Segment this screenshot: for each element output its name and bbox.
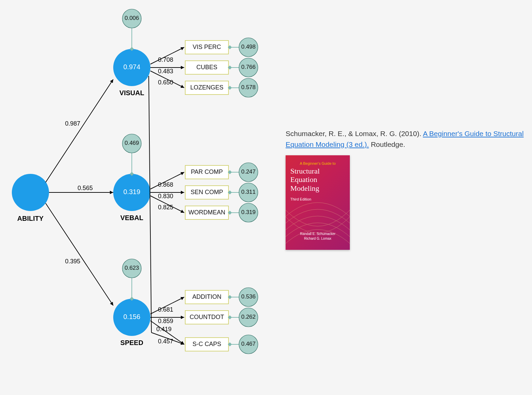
vebal-residual-value: 0.469: [125, 140, 139, 146]
path-ability-vebal-value: 0.565: [77, 185, 93, 191]
latent-vebal: 0.319 VEBAL: [113, 174, 150, 221]
countdot-label: COUNTDOT: [190, 314, 224, 320]
speed-residual-value: 0.623: [125, 265, 139, 271]
countdot-error: 0.262: [241, 314, 256, 320]
book-cover-image: A Beginner's Guide to Structural Equatio…: [286, 155, 350, 250]
lozenges-loading: 0.650: [158, 79, 173, 86]
path-ability-speed: 0.395: [46, 203, 113, 306]
parcomp-label: PAR COMP: [191, 168, 223, 175]
book-title-2: Equation: [290, 175, 320, 184]
sccaps-error: 0.467: [241, 341, 256, 347]
svg-point-0: [12, 174, 49, 211]
book-title-1: Structural: [290, 167, 320, 175]
sencomp-error: 0.311: [241, 189, 256, 195]
countdot-loading: 0.859: [158, 318, 173, 324]
vebal-r2: 0.319: [123, 188, 140, 195]
path-ability-speed-value: 0.395: [65, 258, 80, 265]
cubes-label: CUBES: [196, 64, 217, 71]
svg-line-1: [46, 79, 113, 182]
latent-ability: ABILITY: [12, 174, 49, 222]
latent-visual: 0.974 VISUAL: [113, 49, 150, 97]
book-subtitle: A Beginner's Guide to: [286, 161, 350, 165]
parcomp-error: 0.247: [241, 168, 256, 175]
visual-r2: 0.974: [123, 63, 140, 71]
sencomp-loading: 0.830: [158, 193, 173, 200]
citation-prefix: Schumacker, R. E., & Lomax, R. G. (2010)…: [286, 130, 423, 137]
obs-lozenges: 0.650 LOZENGES 0.578: [150, 71, 258, 97]
speed-label: SPEED: [120, 339, 143, 346]
svg-line-3: [46, 203, 113, 306]
book-title-3: Modeling: [290, 184, 320, 192]
visual-label: VISUAL: [119, 89, 144, 97]
book-edition: Third Edition: [290, 197, 311, 201]
cubes-loading: 0.483: [158, 68, 173, 75]
book-author-2: Richard G. Lomax: [286, 236, 350, 241]
addition-loading: 0.681: [158, 306, 173, 313]
sccaps-label: S-C CAPS: [192, 341, 221, 347]
cubes-error: 0.766: [241, 64, 256, 70]
visual-residual-value: 0.006: [125, 15, 139, 21]
vebal-residual: 0.469: [122, 134, 141, 174]
addition-error: 0.536: [241, 293, 256, 300]
latent-speed: 0.156 SPEED: [113, 299, 150, 346]
sencomp-label: SEN COMP: [191, 189, 223, 195]
addition-label: ADDITION: [192, 293, 221, 300]
parcomp-loading: 0.868: [158, 181, 173, 188]
obs-parcomp: 0.868 PAR COMP 0.247: [150, 163, 258, 189]
obs-addition: 0.681 ADDITION 0.536: [150, 288, 258, 314]
visperc-label: VIS PERC: [193, 44, 221, 50]
speed-residual: 0.623: [122, 259, 141, 299]
path-ability-visual: 0.987: [46, 79, 113, 182]
wordmean-loading: 0.825: [158, 204, 173, 211]
vebal-label: VEBAL: [120, 214, 143, 221]
visual-residual: 0.006: [122, 9, 141, 49]
sem-path-diagram: ABILITY 0.987 0.565 0.395 0.974 VISUAL 0…: [0, 0, 532, 395]
ability-label: ABILITY: [17, 215, 44, 222]
sccaps-loading: 0.457: [158, 338, 173, 345]
wordmean-error: 0.319: [241, 209, 256, 215]
path-ability-visual-value: 0.987: [65, 120, 80, 127]
visperc-error: 0.498: [241, 44, 256, 50]
visperc-loading: 0.708: [158, 56, 173, 63]
path-ability-vebal: 0.565: [49, 185, 113, 192]
obs-visperc: 0.708 VIS PERC 0.498: [150, 38, 258, 64]
citation-text: Schumacker, R. E., & Lomax, R. G. (2010)…: [286, 128, 529, 150]
svg-line-13: [149, 76, 151, 333]
book-author-1: Randall E. Schumacker: [286, 232, 350, 236]
wordmean-label: WORDMEAN: [189, 209, 225, 216]
obs-wordmean: 0.825 WORDMEAN 0.319: [150, 196, 258, 222]
speed-r2: 0.156: [123, 313, 140, 320]
lozenges-error: 0.578: [241, 84, 256, 90]
citation-suffix: Routledge.: [369, 140, 405, 148]
sem-diagram-canvas: ABILITY 0.987 0.565 0.395 0.974 VISUAL 0…: [0, 0, 532, 395]
lozenges-label: LOZENGES: [190, 84, 223, 91]
